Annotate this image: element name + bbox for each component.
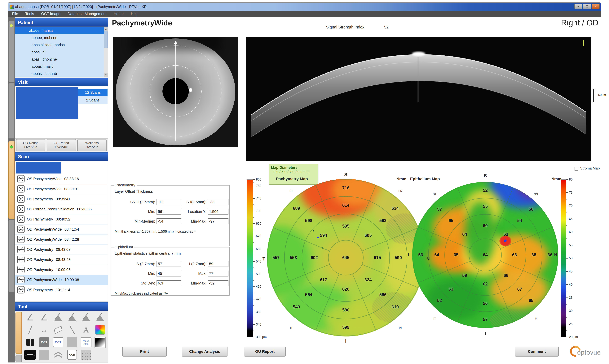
protractor-icon[interactable]: [51, 311, 65, 324]
patient-row[interactable]: abaee, mohsen: [15, 34, 108, 41]
visit-scan-count[interactable]: 2 Scans: [78, 96, 108, 104]
scan-row[interactable]: OD Pachymetry10:09:08: [15, 265, 108, 275]
visit-scan-count[interactable]: 12 Scans: [78, 89, 108, 96]
eraser-icon[interactable]: [51, 324, 65, 336]
scan-row[interactable]: OD Pachymetry08:43:07: [15, 245, 108, 255]
oct-outline-icon[interactable]: OCT: [51, 336, 65, 348]
stat-value-field[interactable]: 6.3: [157, 280, 181, 286]
od-retina-overvue-button[interactable]: OD RetinaOverVue: [16, 139, 45, 151]
scan-row[interactable]: OD PachymetryWide08:41:54: [15, 224, 108, 234]
dotted-square-icon[interactable]: [79, 349, 93, 361]
binoculars-icon[interactable]: [23, 336, 37, 348]
sector-value-inner-st: 64: [462, 232, 467, 237]
scan-label: OD Pachymetry: [27, 268, 53, 272]
secondary-tools-tab[interactable]: [15, 355, 22, 362]
scroll-up-icon[interactable]: ▲: [104, 27, 108, 31]
ou-report-button[interactable]: OU Report: [244, 347, 286, 357]
sector-value-center: 64: [483, 252, 488, 257]
angle-icon[interactable]: ∠: [23, 311, 37, 324]
stat-value-field[interactable]: -54: [157, 219, 181, 224]
stat-value-field[interactable]: -33: [208, 199, 229, 205]
side-tab[interactable]: [8, 21, 14, 82]
maximize-button[interactable]: ▢: [583, 4, 591, 9]
patient-row[interactable]: abbasi, shahab: [15, 70, 108, 77]
bw-gradient-icon[interactable]: [93, 336, 107, 348]
side-tab[interactable]: [8, 220, 14, 292]
stat-value-field[interactable]: 57: [157, 261, 181, 267]
minimize-button[interactable]: –: [574, 4, 582, 9]
stat-value-field[interactable]: -32: [208, 280, 229, 286]
pachymetry-map[interactable]: * + 645595605615624628617602594614593590…: [267, 179, 425, 337]
selected-visit[interactable]: [16, 87, 78, 119]
sector-value-outer-i: 57: [483, 317, 488, 322]
chevrons-icon[interactable]: [51, 349, 65, 361]
wellness-overvue-button[interactable]: WellnessOverVue: [77, 139, 107, 151]
measuring-tools-tab[interactable]: [15, 312, 22, 354]
text-tool-icon[interactable]: A: [79, 324, 93, 336]
stat-value-field[interactable]: 77: [208, 271, 229, 276]
menu-item-file[interactable]: File: [8, 11, 22, 17]
gray-square-icon[interactable]: [37, 349, 51, 361]
patient-row[interactable]: abbasi, majid: [15, 63, 108, 70]
scan-row[interactable]: OS Cornea Power Validation08:40:35: [15, 204, 108, 214]
palette-icon[interactable]: [93, 324, 107, 336]
gray-square-icon[interactable]: [65, 336, 79, 348]
scan-row[interactable]: OS PachymetryWide08:38:16: [15, 174, 108, 184]
patient-row[interactable]: abasi, ali: [15, 49, 108, 56]
bscan-thumbnail-icon[interactable]: [23, 349, 37, 361]
line-icon[interactable]: [23, 324, 37, 336]
stroma-map-checkbox[interactable]: [575, 167, 578, 171]
os-retina-overvue-button[interactable]: OS RetinaOverVue: [47, 139, 76, 151]
stat-value-field[interactable]: 45: [157, 271, 181, 276]
scan-row[interactable]: OD PachymetryWide10:09:38: [15, 275, 108, 285]
protractor-icon[interactable]: [93, 311, 107, 324]
map-diameters-box[interactable]: Map Diameters 2.0 / 5.0 / 7.0 / 9.0 mm: [269, 164, 318, 184]
video-auto-button[interactable]: VideoAuto: [79, 336, 93, 348]
scan-row[interactable]: OD Pachymetry08:43:48: [15, 255, 108, 265]
oct-bscan-image[interactable]: [246, 37, 591, 161]
menu-item-database-management[interactable]: Database Management: [64, 11, 110, 17]
angle-icon[interactable]: ∠: [37, 311, 51, 324]
backslash-icon[interactable]: [65, 324, 79, 336]
scan-row[interactable]: OS Pachymetry08:39:41: [15, 194, 108, 204]
menu-item-oct-image[interactable]: OCT Image: [38, 11, 64, 17]
epithelium-map[interactable]: 6460616666625965645554686756536465525066…: [412, 182, 558, 328]
patient-list-scrollbar[interactable]: ▲ ▼: [104, 27, 108, 77]
scan-row[interactable]: OS Pachymetry08:40:52: [15, 214, 108, 224]
ocb-button[interactable]: OCB: [65, 349, 79, 361]
caliper-icon[interactable]: ↔: [37, 324, 51, 336]
patient-row[interactable]: abade, mahsa: [15, 27, 108, 34]
scrollbar-thumb[interactable]: [104, 31, 108, 48]
side-tab-active[interactable]: [8, 141, 14, 219]
scan-row[interactable]: OS PachymetryWide08:39:01: [15, 184, 108, 194]
side-tab[interactable]: [8, 83, 14, 139]
iris-camera-image[interactable]: [113, 37, 238, 147]
change-analysis-button[interactable]: Change Analysis: [182, 347, 228, 357]
close-button[interactable]: ✕: [592, 4, 600, 9]
scan-row[interactable]: OS Pachymetry10:11:14: [15, 285, 108, 295]
stat-value-field[interactable]: 561: [157, 209, 181, 215]
window-titlebar[interactable]: abade, mahsa (DOB: 01/01/1997) [12/24/20…: [8, 3, 601, 11]
comment-button[interactable]: Comment: [515, 347, 559, 357]
stroma-map-toggle[interactable]: Stroma Map: [575, 166, 600, 171]
menu-item-tools[interactable]: Tools: [22, 11, 38, 17]
menu-item-home[interactable]: Home: [110, 11, 127, 17]
tool-panel: ∠∠↔AOCTOCTVideoAutoOCB: [15, 311, 108, 363]
scale-tick-label: 380: [256, 310, 261, 314]
stat-value-field[interactable]: -12: [157, 199, 181, 205]
patient-row[interactable]: abasi, ghonche: [15, 56, 108, 63]
scale-tick-label: 580: [256, 247, 261, 251]
oct-dark-icon[interactable]: OCT: [37, 336, 51, 348]
stat-value-field[interactable]: 1.506: [208, 209, 229, 215]
stat-value-field[interactable]: 59: [208, 261, 229, 267]
scroll-down-icon[interactable]: ▼: [104, 73, 108, 77]
scan-group-tab[interactable]: [16, 162, 61, 173]
scale-tick-label: 55: [569, 243, 573, 247]
stat-value-field[interactable]: -97: [208, 219, 229, 224]
patient-row[interactable]: abas alizade, parisa: [15, 41, 108, 49]
menu-item-help[interactable]: Help: [127, 11, 142, 17]
protractor-icon[interactable]: [65, 311, 79, 324]
scan-row[interactable]: OD PachymetryWide08:42:28: [15, 234, 108, 245]
protractor-icon[interactable]: [79, 311, 93, 324]
print-button[interactable]: Print: [122, 347, 167, 357]
